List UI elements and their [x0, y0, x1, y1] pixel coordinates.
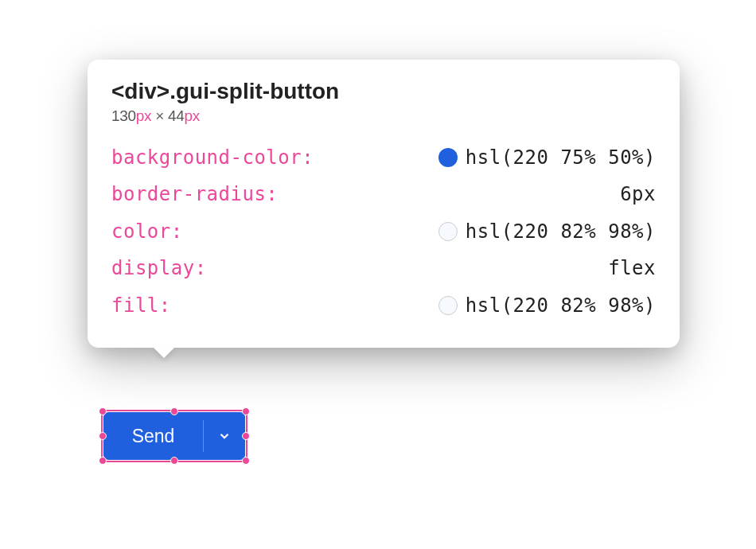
css-property-name: border-radius:: [111, 179, 278, 209]
css-property-row: background-color: hsl(220 75% 50%): [111, 142, 656, 173]
element-selector: <div>.gui-split-button: [111, 79, 656, 104]
css-property-value: hsl(220 75% 50%): [466, 142, 656, 173]
css-property-name: background-color:: [111, 142, 314, 173]
chevron-down-icon: [217, 429, 232, 443]
css-property-row: fill: hsl(220 82% 98%): [111, 290, 656, 321]
css-property-name: display:: [111, 253, 207, 283]
tooltip-pointer-icon: [153, 347, 175, 358]
element-dimensions: 130px × 44px: [111, 107, 656, 125]
css-property-value: hsl(220 82% 98%): [466, 216, 656, 247]
color-swatch-icon: [438, 148, 458, 167]
dropdown-toggle-button[interactable]: [204, 412, 245, 460]
color-swatch-icon: [438, 296, 458, 315]
css-property-value: hsl(220 82% 98%): [466, 290, 656, 321]
css-property-row: border-radius: 6px: [111, 179, 656, 209]
css-property-name: color:: [111, 216, 183, 247]
devtools-inspector-tooltip: <div>.gui-split-button 130px × 44px back…: [88, 60, 680, 348]
send-button[interactable]: Send: [103, 412, 203, 460]
send-button-label: Send: [132, 426, 175, 447]
css-property-row: display: flex: [111, 253, 656, 283]
css-property-name: fill:: [111, 290, 171, 321]
gui-split-button: Send: [103, 412, 245, 460]
split-button-wrapper: Send: [103, 412, 245, 460]
css-property-value: 6px: [620, 179, 656, 209]
color-swatch-icon: [438, 222, 458, 241]
css-property-value: flex: [608, 253, 656, 283]
css-property-row: color: hsl(220 82% 98%): [111, 216, 656, 247]
